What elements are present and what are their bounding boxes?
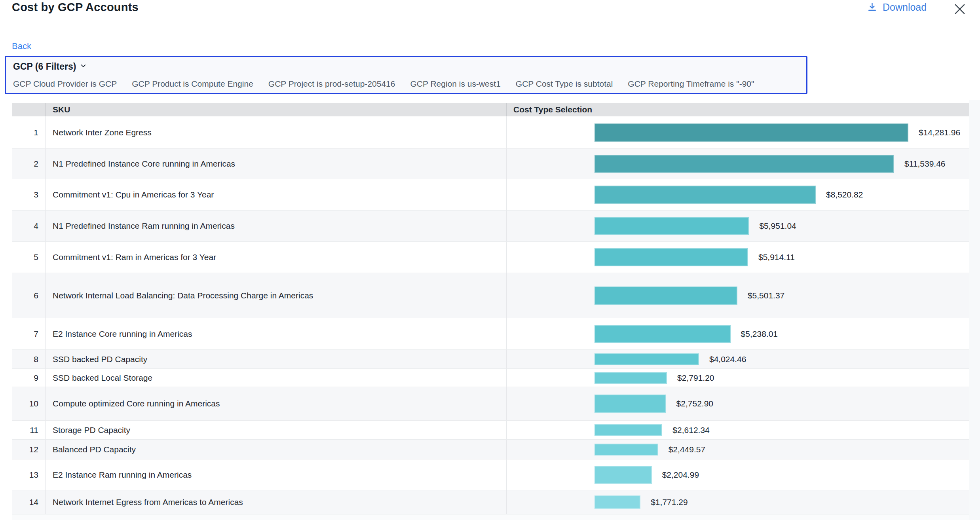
filter-item: GCP Cloud Provider is GCP xyxy=(13,79,117,89)
cost-value-label: $5,238.01 xyxy=(741,329,778,339)
row-index: 13 xyxy=(12,459,46,490)
filter-item: GCP Region is us-west1 xyxy=(410,79,500,89)
table-row: 10 Compute optimized Core running in Ame… xyxy=(12,387,969,421)
sku-cell: Network Inter Zone Egress xyxy=(46,116,507,148)
row-index: 3 xyxy=(12,179,46,210)
cost-bar[interactable] xyxy=(594,395,666,413)
chevron-down-icon xyxy=(80,61,87,72)
cost-cell: $2,204.99 xyxy=(507,459,969,490)
cost-bar[interactable] xyxy=(594,123,908,142)
cost-bar[interactable] xyxy=(594,287,737,305)
cost-value-label: $11,539.46 xyxy=(904,159,946,169)
row-index: 14 xyxy=(12,490,46,514)
cost-bar[interactable] xyxy=(594,495,640,509)
sku-cell: Compute optimized Core running in Americ… xyxy=(46,387,507,420)
close-icon xyxy=(952,12,967,18)
sku-cell: E2 Instance Ram running in Americas xyxy=(46,459,507,490)
row-index: 7 xyxy=(12,318,46,349)
cost-value-label: $5,951.04 xyxy=(759,221,796,231)
cost-cell: $2,612.34 xyxy=(507,421,969,439)
sku-cell: E2 Instance Core running in Americas xyxy=(46,318,507,349)
cost-bar[interactable] xyxy=(594,186,816,204)
table-row: 8 SSD backed PD Capacity $4,024.46 xyxy=(12,350,969,369)
download-label: Download xyxy=(883,2,927,13)
download-icon xyxy=(867,2,877,13)
cost-cell: $1,771.29 xyxy=(507,490,969,514)
table-row: 9 SSD backed Local Storage $2,791.20 xyxy=(12,369,969,387)
table-row: 2 N1 Predefined Instance Core running in… xyxy=(12,149,969,179)
cost-cell: $5,238.01 xyxy=(507,318,969,349)
scrollbar-track[interactable] xyxy=(969,100,980,520)
table-row: 12 Balanced PD Capacity $2,449.57 xyxy=(12,440,969,459)
cost-cell: $2,449.57 xyxy=(507,440,969,459)
table-row: 4 N1 Predefined Instance Ram running in … xyxy=(12,211,969,242)
table-row: 14 Network Internet Egress from Americas… xyxy=(12,490,969,514)
cost-bar[interactable] xyxy=(594,372,667,384)
row-index: 4 xyxy=(12,211,46,241)
drill-modal: Cost by GCP Accounts Download Back GCP (… xyxy=(0,0,980,520)
row-index: 9 xyxy=(12,369,46,387)
table-row: 13 E2 Instance Ram running in Americas $… xyxy=(12,459,969,490)
table-row: 5 Commitment v1: Ram in Americas for 3 Y… xyxy=(12,242,969,273)
cost-cell: $4,024.46 xyxy=(507,350,969,368)
cost-cell: $2,752.90 xyxy=(507,387,969,420)
row-index: 2 xyxy=(12,149,46,179)
cost-value-label: $2,204.99 xyxy=(662,470,699,480)
cost-value-label: $5,501.37 xyxy=(748,291,784,300)
row-index: 11 xyxy=(12,421,46,439)
table-header: SKU Cost Type Selection xyxy=(12,103,969,116)
filter-item: GCP Reporting Timeframe is "-90" xyxy=(628,79,754,89)
filter-bar: GCP (6 Filters) GCP Cloud Provider is GC… xyxy=(5,56,807,94)
filter-item: GCP Project is prod-setup-205416 xyxy=(268,79,395,89)
cost-bar[interactable] xyxy=(594,325,731,343)
partial-row xyxy=(12,514,969,520)
cost-bar[interactable] xyxy=(594,424,662,436)
column-header-sku[interactable]: SKU xyxy=(46,103,507,116)
column-header-cost-type-selection[interactable]: Cost Type Selection xyxy=(507,103,969,116)
cost-table: SKU Cost Type Selection 1 Network Inter … xyxy=(12,103,969,520)
row-index: 1 xyxy=(12,116,46,148)
cost-value-label: $1,771.29 xyxy=(651,497,688,507)
cost-bar[interactable] xyxy=(594,155,894,173)
cost-cell: $11,539.46 xyxy=(507,149,969,179)
sku-cell: Commitment v1: Ram in Americas for 3 Yea… xyxy=(46,242,507,273)
sku-cell: N1 Predefined Instance Core running in A… xyxy=(46,149,507,179)
cost-cell: $5,951.04 xyxy=(507,211,969,241)
cost-bar[interactable] xyxy=(594,353,699,365)
row-index: 12 xyxy=(12,440,46,459)
cost-bar[interactable] xyxy=(594,466,652,484)
cost-cell: $14,281.96 xyxy=(507,116,969,148)
cost-cell: $8,520.82 xyxy=(507,179,969,210)
cost-value-label: $14,281.96 xyxy=(919,128,960,137)
filter-item: GCP Product is Compute Engine xyxy=(132,79,253,89)
sku-cell: Network Internal Load Balancing: Data Pr… xyxy=(46,273,507,318)
filter-summary-toggle[interactable]: GCP (6 Filters) xyxy=(13,61,87,72)
cost-bar[interactable] xyxy=(594,248,748,266)
column-header-index xyxy=(12,103,46,116)
row-index: 6 xyxy=(12,273,46,318)
filter-summary-label: GCP (6 Filters) xyxy=(13,61,76,72)
table-body: 1 Network Inter Zone Egress $14,281.96 2… xyxy=(12,116,969,514)
sku-cell: SSD backed Local Storage xyxy=(46,369,507,387)
download-button[interactable]: Download xyxy=(867,2,927,13)
cost-value-label: $8,520.82 xyxy=(826,190,863,199)
table-row: 1 Network Inter Zone Egress $14,281.96 xyxy=(12,116,969,149)
table-row: 11 Storage PD Capacity $2,612.34 xyxy=(12,421,969,440)
filter-item: GCP Cost Type is subtotal xyxy=(516,79,613,89)
row-index: 10 xyxy=(12,387,46,420)
cost-cell: $2,791.20 xyxy=(507,369,969,387)
sku-cell: SSD backed PD Capacity xyxy=(46,350,507,368)
table-row: 3 Commitment v1: Cpu in Americas for 3 Y… xyxy=(12,179,969,211)
sku-cell: Commitment v1: Cpu in Americas for 3 Yea… xyxy=(46,179,507,210)
back-link[interactable]: Back xyxy=(12,41,31,51)
cost-bar[interactable] xyxy=(594,444,658,455)
cost-value-label: $2,449.57 xyxy=(669,445,705,454)
cost-value-label: $5,914.11 xyxy=(758,252,795,262)
cost-value-label: $2,752.90 xyxy=(676,399,713,408)
sku-cell: Storage PD Capacity xyxy=(46,421,507,439)
table-row: 7 E2 Instance Core running in Americas $… xyxy=(12,318,969,350)
close-button[interactable] xyxy=(951,0,969,18)
table-row: 6 Network Internal Load Balancing: Data … xyxy=(12,273,969,318)
cost-bar[interactable] xyxy=(594,217,749,235)
sku-cell: Balanced PD Capacity xyxy=(46,440,507,459)
